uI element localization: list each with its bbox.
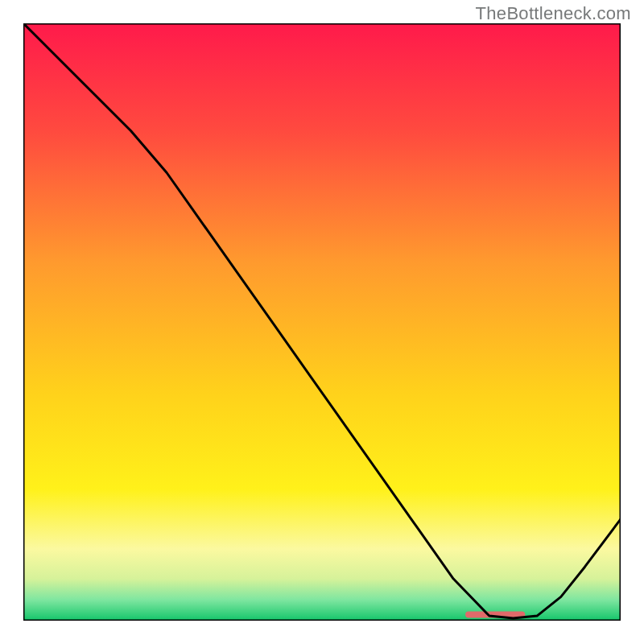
- chart-container: TheBottleneck.com: [0, 0, 644, 644]
- plot-area: [23, 23, 621, 621]
- attribution-label: TheBottleneck.com: [476, 3, 631, 24]
- chart-svg: [23, 23, 621, 621]
